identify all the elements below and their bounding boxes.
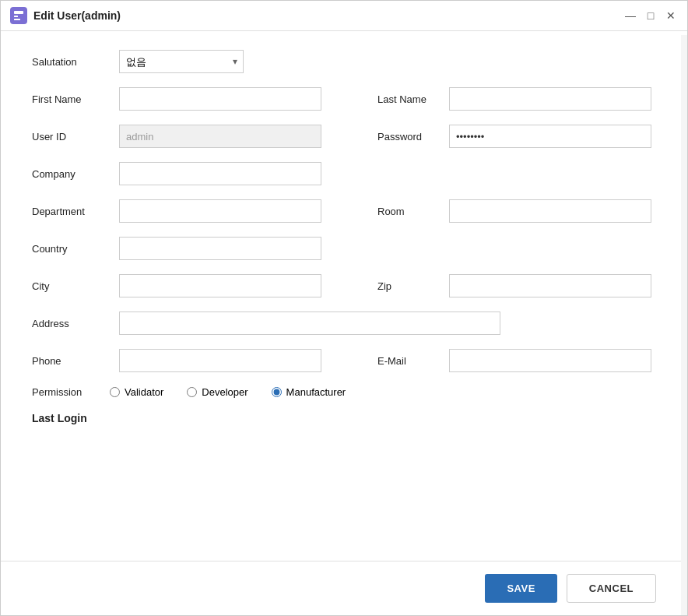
country-row: Country (32, 237, 656, 260)
dialog-title: Edit User(admin) (33, 9, 617, 22)
department-label: Department (32, 206, 110, 217)
room-label: Room (377, 206, 440, 217)
minimize-button[interactable]: — (623, 9, 637, 23)
company-input[interactable] (119, 162, 321, 185)
permission-developer[interactable]: Developer (187, 386, 247, 398)
email-group: E-Mail (377, 349, 651, 372)
developer-label: Developer (202, 386, 247, 398)
country-input[interactable] (119, 237, 321, 260)
city-label: City (32, 280, 110, 292)
last-name-label: Last Name (377, 93, 440, 105)
validator-label: Validator (125, 386, 163, 398)
last-name-input[interactable] (449, 87, 651, 111)
password-input[interactable] (449, 125, 651, 148)
salutation-select-wrapper: 없음 Mr. Mrs. Ms. Dr. (119, 50, 244, 73)
salutation-label: Salutation (32, 56, 110, 68)
svg-rect-1 (14, 16, 18, 17)
last-name-group: Last Name (377, 87, 651, 111)
phone-input[interactable] (119, 349, 321, 372)
country-label: Country (32, 243, 110, 255)
edit-user-dialog: Edit User(admin) — □ ✕ Salutation 없음 Mr.… (0, 0, 688, 616)
room-input[interactable] (449, 199, 651, 223)
last-login-title: Last Login (32, 412, 87, 424)
form-body: Salutation 없음 Mr. Mrs. Ms. Dr. First Nam… (1, 31, 687, 561)
zip-group: Zip (377, 274, 651, 297)
department-input[interactable] (119, 199, 321, 223)
salutation-select[interactable]: 없음 Mr. Mrs. Ms. Dr. (119, 50, 244, 73)
radio-validator[interactable] (110, 387, 120, 397)
permission-validator[interactable]: Validator (110, 386, 163, 398)
city-input[interactable] (119, 274, 321, 297)
room-group: Room (377, 199, 651, 223)
svg-rect-0 (14, 11, 23, 14)
radio-group: Validator Developer Manufacturer (110, 386, 346, 398)
manufacturer-label: Manufacturer (286, 386, 346, 398)
dialog-icon (10, 7, 27, 24)
phone-label: Phone (32, 355, 110, 367)
password-label: Password (377, 131, 440, 143)
save-button[interactable]: SAVE (485, 574, 556, 603)
dept-row: Department Room (32, 199, 656, 223)
email-label: E-Mail (377, 355, 440, 367)
company-row: Company (32, 162, 656, 185)
footer: SAVE CANCEL (1, 561, 687, 615)
radio-developer[interactable] (187, 387, 197, 397)
salutation-row: Salutation 없음 Mr. Mrs. Ms. Dr. (32, 50, 656, 73)
first-name-input[interactable] (119, 87, 321, 111)
window-controls: — □ ✕ (623, 9, 678, 23)
radio-manufacturer[interactable] (272, 387, 282, 397)
address-row: Address (32, 312, 656, 335)
zip-input[interactable] (449, 274, 651, 297)
address-label: Address (32, 318, 110, 329)
city-row: City Zip (32, 274, 656, 297)
title-bar: Edit User(admin) — □ ✕ (1, 1, 687, 31)
user-id-input (119, 125, 321, 148)
close-button[interactable]: ✕ (664, 9, 678, 23)
password-group: Password (377, 125, 651, 148)
cancel-button[interactable]: CANCEL (567, 574, 656, 603)
email-input[interactable] (449, 349, 651, 372)
userid-row: User ID Password (32, 125, 656, 148)
svg-rect-2 (14, 19, 20, 20)
user-id-label: User ID (32, 131, 110, 143)
address-input[interactable] (119, 312, 500, 335)
first-name-label: First Name (32, 93, 110, 105)
company-label: Company (32, 168, 110, 180)
name-row: First Name Last Name (32, 87, 656, 111)
zip-label: Zip (377, 280, 440, 292)
permission-label: Permission (32, 386, 110, 398)
phone-row: Phone E-Mail (32, 349, 656, 372)
last-login-section: Last Login (32, 412, 656, 424)
permission-manufacturer[interactable]: Manufacturer (272, 386, 346, 398)
permission-row: Permission Validator Developer Manufactu… (32, 386, 656, 398)
maximize-button[interactable]: □ (644, 9, 658, 23)
scrollbar[interactable] (681, 35, 687, 615)
